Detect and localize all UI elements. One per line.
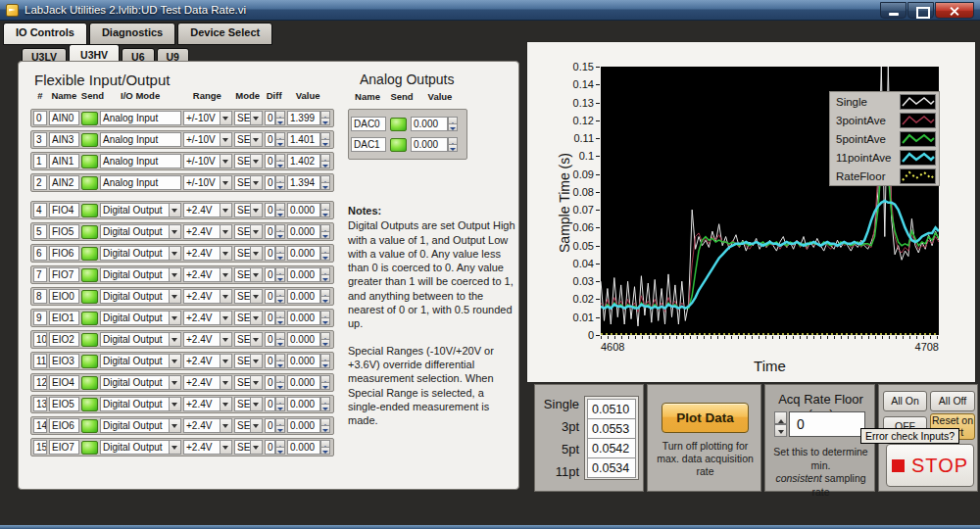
spin-down-icon[interactable]: [320, 253, 330, 261]
dropdown-arrow-icon[interactable]: [251, 375, 263, 390]
spin-up-icon[interactable]: [320, 246, 330, 253]
range-select[interactable]: +2.4V: [183, 440, 220, 455]
spin-up-icon[interactable]: [275, 175, 285, 182]
spin-down-icon[interactable]: [320, 339, 330, 347]
spin-down-icon[interactable]: [275, 231, 285, 239]
mode-select[interactable]: SE: [234, 224, 251, 239]
io-mode-select[interactable]: Digital Output: [100, 332, 170, 347]
value-input[interactable]: 0.000: [287, 397, 320, 411]
spinner[interactable]: [320, 440, 330, 455]
range-select[interactable]: +/-10V: [183, 154, 220, 168]
send-led[interactable]: [81, 133, 98, 147]
spin-up-icon[interactable]: [275, 203, 285, 210]
spin-up-icon[interactable]: [275, 132, 285, 139]
diff-chan-input[interactable]: 0: [265, 154, 275, 168]
tab-io-controls[interactable]: IO Controls: [3, 23, 87, 45]
mode-select[interactable]: SE: [234, 354, 251, 368]
range-select[interactable]: +2.4V: [183, 311, 220, 325]
diff-chan-input[interactable]: 0: [265, 418, 275, 433]
legend-item-11pointAve[interactable]: 11pointAve: [830, 148, 939, 167]
spin-down-icon[interactable]: [320, 361, 330, 368]
spin-up-icon[interactable]: [275, 246, 285, 253]
spin-up-icon[interactable]: [320, 397, 330, 404]
io-mode-select[interactable]: Digital Output: [100, 418, 170, 433]
spin-up-icon[interactable]: [320, 154, 330, 161]
spin-down-icon[interactable]: [320, 118, 330, 125]
spinner[interactable]: [320, 111, 330, 125]
value-input[interactable]: 1.399: [287, 111, 320, 125]
spin-up-icon[interactable]: [275, 332, 285, 339]
dropdown-arrow-icon[interactable]: [220, 311, 232, 325]
mode-select[interactable]: SE: [234, 397, 251, 411]
value-input[interactable]: 0.000: [287, 311, 320, 325]
dropdown-arrow-icon[interactable]: [170, 332, 181, 347]
send-led[interactable]: [81, 268, 98, 282]
send-led[interactable]: [81, 112, 98, 125]
dropdown-arrow-icon[interactable]: [220, 132, 232, 147]
spin-down-icon[interactable]: [275, 361, 285, 368]
range-select[interactable]: +2.4V: [183, 246, 220, 261]
spin-up-icon[interactable]: [320, 375, 330, 382]
channel-name[interactable]: EIO2: [49, 332, 79, 347]
channel-name[interactable]: EIO4: [49, 375, 79, 390]
value-input[interactable]: 0.000: [287, 375, 320, 390]
spinner[interactable]: [275, 289, 285, 304]
dac-name[interactable]: DAC1: [351, 137, 386, 152]
spinner[interactable]: [320, 418, 330, 433]
diff-chan-input[interactable]: 0: [265, 132, 275, 147]
legend-item-Single[interactable]: Single: [830, 92, 939, 111]
diff-chan-input[interactable]: 0: [265, 332, 275, 347]
spin-down-icon[interactable]: [275, 404, 285, 411]
dropdown-arrow-icon[interactable]: [220, 224, 232, 239]
io-mode-select[interactable]: Digital Output: [100, 267, 170, 282]
mode-select[interactable]: SE: [234, 132, 251, 147]
spinner[interactable]: [275, 154, 285, 168]
range-select[interactable]: +/-10V: [183, 111, 220, 125]
send-led[interactable]: [81, 398, 98, 411]
spin-up-icon[interactable]: [320, 175, 330, 182]
range-select[interactable]: +/-10V: [183, 132, 220, 147]
spinner[interactable]: [275, 397, 285, 411]
spin-down-icon[interactable]: [275, 210, 285, 217]
spin-down-icon[interactable]: [275, 296, 285, 304]
stop-button[interactable]: STOP: [886, 444, 974, 487]
channel-name[interactable]: AIN1: [49, 154, 79, 168]
io-mode-select[interactable]: Digital Output: [100, 203, 170, 217]
spin-down-icon[interactable]: [320, 447, 330, 455]
diff-chan-input[interactable]: 0: [265, 203, 275, 217]
range-select[interactable]: +/-10V: [183, 175, 220, 190]
spinner[interactable]: [320, 132, 330, 147]
mode-select[interactable]: SE: [234, 440, 251, 455]
spin-down-icon[interactable]: [275, 425, 285, 433]
value-input[interactable]: 1.402: [287, 154, 320, 168]
dropdown-arrow-icon[interactable]: [251, 311, 263, 325]
dac-value-input[interactable]: 0.000: [411, 117, 448, 131]
title-bar[interactable]: LabJack Utilities 2.lvlib:UD Test Data R…: [0, 0, 980, 21]
spinner[interactable]: [275, 175, 285, 190]
spin-down-icon[interactable]: [275, 139, 285, 147]
send-led[interactable]: [81, 333, 98, 347]
send-led[interactable]: [81, 376, 98, 390]
io-mode-select[interactable]: Analog Input: [100, 111, 181, 125]
spinner[interactable]: [275, 132, 285, 147]
spinner[interactable]: [275, 332, 285, 347]
spin-down-icon[interactable]: [275, 317, 285, 325]
channel-name[interactable]: EIO3: [49, 354, 79, 368]
spin-down-icon[interactable]: [320, 296, 330, 304]
mode-select[interactable]: SE: [234, 175, 251, 190]
spin-up-icon[interactable]: [275, 418, 285, 425]
close-icon[interactable]: [935, 2, 974, 19]
value-input[interactable]: 0.000: [287, 332, 320, 347]
send-led[interactable]: [81, 225, 98, 239]
mode-select[interactable]: SE: [234, 154, 251, 168]
minimize-icon[interactable]: [880, 2, 906, 19]
spinner[interactable]: [275, 354, 285, 368]
spin-down-icon[interactable]: [320, 139, 330, 147]
send-led[interactable]: [81, 355, 98, 368]
spinner[interactable]: [275, 111, 285, 125]
range-select[interactable]: +2.4V: [183, 203, 220, 217]
spinner[interactable]: [320, 175, 330, 190]
dropdown-arrow-icon[interactable]: [170, 246, 181, 261]
range-select[interactable]: +2.4V: [183, 397, 220, 411]
dropdown-arrow-icon[interactable]: [251, 132, 263, 147]
